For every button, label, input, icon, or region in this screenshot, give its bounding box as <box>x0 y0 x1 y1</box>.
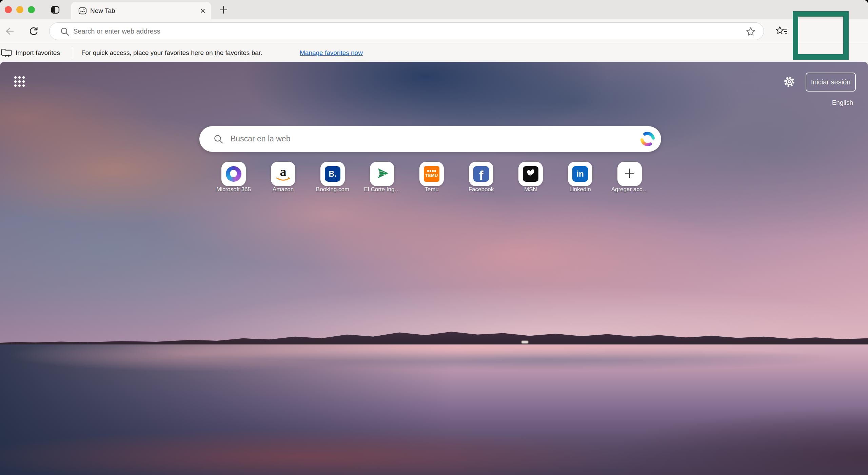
el-corte-ingles-icon <box>374 165 390 183</box>
microsoft-365-icon <box>226 166 241 182</box>
quick-link-linkedin[interactable]: in Linkedin <box>555 162 606 193</box>
booking-icon: B. <box>325 166 340 182</box>
toolbar <box>0 19 868 43</box>
favorites-bar-message: For quick access, place your favorites h… <box>81 43 262 62</box>
new-tab-button[interactable] <box>218 4 229 16</box>
wallpaper-sky <box>0 62 868 345</box>
wallpaper-water-reflection <box>0 344 868 475</box>
settings-gear-icon[interactable] <box>783 75 796 88</box>
linkedin-icon: in <box>572 166 588 182</box>
import-favorites-icon <box>1 46 13 59</box>
quick-link-el-corte-ingles[interactable]: El Corte Ing… <box>357 162 408 193</box>
tab-new-tab[interactable]: New Tab <box>71 2 211 19</box>
import-favorites-label: Import favorites <box>16 49 60 57</box>
search-icon <box>213 134 224 146</box>
quick-link-msn[interactable]: MSN <box>505 162 556 193</box>
plus-icon <box>623 166 636 181</box>
sign-in-button[interactable]: Iniciar sesión <box>806 73 856 92</box>
favorite-star-icon[interactable] <box>745 26 756 38</box>
url-input[interactable] <box>73 23 765 39</box>
quick-link-facebook[interactable]: f Facebook <box>456 162 507 193</box>
window-minimize-button[interactable] <box>16 6 23 13</box>
favorites-bar-divider <box>73 48 73 58</box>
quick-link-amazon[interactable]: a Amazon <box>258 162 309 193</box>
new-tab-favicon-icon <box>78 6 87 17</box>
quick-link-booking[interactable]: B. Booking.com <box>307 162 358 193</box>
window-close-button[interactable] <box>5 6 12 13</box>
web-search-input[interactable] <box>231 127 631 151</box>
msn-butterfly-icon <box>523 166 538 182</box>
quick-link-temu[interactable]: TEMU Temu <box>406 162 457 193</box>
tab-overview-icon[interactable] <box>50 5 60 15</box>
back-icon[interactable] <box>3 25 16 38</box>
temu-icon: TEMU <box>424 166 439 182</box>
new-tab-page: Iniciar sesión English <box>0 62 868 475</box>
import-favorites-button[interactable]: Import favorites <box>0 43 60 62</box>
favorites-bar: Import favorites For quick access, place… <box>0 43 868 62</box>
apps-grid-icon[interactable] <box>14 76 25 87</box>
manage-favorites-link[interactable]: Manage favorites now <box>300 43 363 62</box>
quick-link-microsoft-365[interactable]: Microsoft 365 <box>208 162 259 193</box>
add-shortcut-button[interactable]: Agregar acc… <box>604 162 655 193</box>
browser-window: New Tab <box>0 0 868 475</box>
facebook-icon: f <box>473 166 489 182</box>
refresh-icon[interactable] <box>27 25 40 38</box>
copilot-icon[interactable] <box>640 132 655 146</box>
address-bar[interactable] <box>49 22 764 40</box>
favorites-bar-icon[interactable] <box>775 25 788 38</box>
web-search-box[interactable] <box>199 126 661 152</box>
close-tab-icon[interactable] <box>199 7 207 15</box>
window-zoom-button[interactable] <box>28 6 35 13</box>
amazon-icon: a <box>275 165 291 183</box>
tab-title: New Tab <box>90 2 115 19</box>
search-icon <box>60 26 70 38</box>
wallpaper-horizon-speck <box>521 341 528 343</box>
tab-strip: New Tab <box>0 0 868 19</box>
language-label[interactable]: English <box>810 99 853 106</box>
